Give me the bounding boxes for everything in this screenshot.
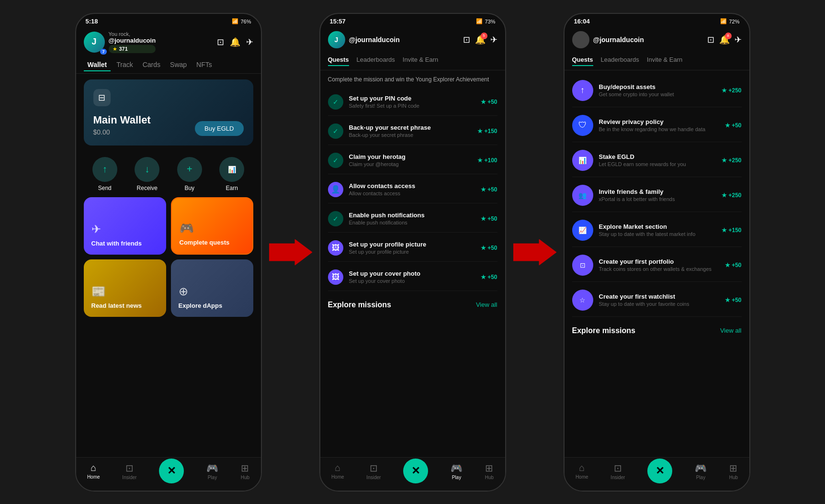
send-icon-3[interactable]: ✈	[735, 34, 742, 45]
quest-cover-desc: Set up your cover photo	[349, 278, 475, 284]
nav-play-3[interactable]: 🎮 Play	[695, 462, 707, 480]
action-receive[interactable]: ↓ Receive	[135, 157, 159, 191]
tab-invite-earn-2[interactable]: Invite & Earn	[403, 54, 438, 66]
notif-btn-3[interactable]: 🔔 8	[719, 34, 730, 45]
tab-leaderboards-3[interactable]: Leaderboards	[601, 54, 639, 66]
quest-herotag-title: Claim your herotag	[349, 153, 472, 160]
nav-home-1[interactable]: ⌂ Home	[87, 462, 100, 480]
send-icon[interactable]: ✈	[246, 37, 253, 47]
p1-rating: ★ 371	[109, 45, 156, 53]
quest-herotag[interactable]: ✓ Claim your herotag Claim your @herotag…	[328, 147, 497, 174]
nav-hub-1[interactable]: ⊞ Hub	[241, 462, 249, 480]
nav-play-label-2: Play	[452, 475, 461, 480]
quest-pin-title: Set up your PIN code	[349, 95, 475, 102]
time-2: 15:57	[330, 18, 346, 25]
insider-icon: ⊡	[125, 462, 134, 474]
tab-invite-earn-3[interactable]: Invite & Earn	[647, 54, 682, 66]
quest-contacts-desc: Allow contacts access	[349, 190, 475, 196]
card-chat[interactable]: ✈ Chat with friends	[84, 197, 166, 255]
scan-icon[interactable]: ⊡	[217, 37, 224, 47]
quest-deposit-info: Buy/deposit assets Get some crypto into …	[599, 83, 716, 97]
quest-phrase-info: Back-up your secret phrase Back-up your …	[349, 124, 472, 138]
send-icon-2[interactable]: ✈	[490, 34, 497, 45]
notif-btn-2[interactable]: 🔔 5	[475, 34, 486, 45]
card-quests[interactable]: 🎮 Complete quests	[171, 197, 253, 255]
p2-header-icons: ⊡ 🔔 5 ✈	[463, 34, 497, 45]
quest-phrase[interactable]: ✓ Back-up your secret phrase Back-up you…	[328, 118, 497, 145]
p3-view-all[interactable]: View all	[720, 327, 742, 334]
send-action-icon: ↑	[92, 157, 117, 182]
quest-contacts[interactable]: 👤 Allow contacts access Allow contacts a…	[328, 176, 497, 203]
scan-icon-3[interactable]: ⊡	[707, 34, 714, 45]
quest-deposit-title: Buy/deposit assets	[599, 83, 716, 90]
p1-actions: ↑ Send ↓ Receive + Buy 📊 Earn	[76, 151, 261, 197]
tab-quests-2[interactable]: Quests	[328, 54, 349, 66]
nav-center-3[interactable]: ✕	[647, 459, 672, 483]
tab-cards[interactable]: Cards	[139, 59, 164, 71]
scan-icon-2[interactable]: ⊡	[463, 34, 470, 45]
action-send[interactable]: ↑ Send	[92, 157, 117, 191]
tab-wallet[interactable]: Wallet	[84, 59, 111, 71]
action-buy[interactable]: + Buy	[177, 157, 202, 191]
reward-star-icon-5: ★	[481, 215, 486, 222]
tab-track[interactable]: Track	[113, 59, 136, 71]
notif-btn-1[interactable]: 🔔	[230, 37, 240, 47]
send-action-label: Send	[98, 185, 112, 191]
nav-insider-label-2: Insider	[366, 475, 381, 480]
nav-center-1[interactable]: ✕	[159, 459, 184, 483]
quest-portfolio[interactable]: ⊡ Create your first portfolio Track coin…	[572, 249, 742, 282]
battery-icon-2: 73%	[485, 19, 495, 24]
earn-action-label: Earn	[226, 185, 238, 191]
nav-home-2[interactable]: ⌂ Home	[331, 462, 344, 480]
time-3: 16:04	[574, 18, 590, 25]
quest-cover[interactable]: 🖼 Set up your cover photo Set up your co…	[328, 264, 497, 291]
nav-center-2[interactable]: ✕	[403, 459, 428, 483]
nav-insider-3[interactable]: ⊡ Insider	[610, 462, 625, 480]
p1-header: J 7 You rock, @journalducoin ★ 371 ⊡	[76, 27, 261, 55]
card-dapps[interactable]: ⊕ Explore dApps	[171, 259, 253, 317]
nav-insider-2[interactable]: ⊡ Insider	[366, 462, 381, 480]
quest-stake[interactable]: 📊 Stake EGLD Let EGLD earn some rewards …	[572, 144, 742, 177]
p3-tabs: Quests Leaderboards Invite & Earn	[565, 50, 749, 70]
nav-play-2[interactable]: 🎮 Play	[451, 462, 463, 480]
quest-pin[interactable]: ✓ Set up your PIN code Safety first! Set…	[328, 89, 497, 116]
quest-profile[interactable]: 🖼 Set up your profile picture Set up you…	[328, 235, 497, 262]
p2-quest-list: ✓ Set up your PIN code Safety first! Set…	[320, 85, 505, 295]
p1-bottom-nav: ⌂ Home ⊡ Insider ✕ 🎮 Play ⊞ Hub	[76, 457, 261, 491]
rating-score: 371	[119, 46, 128, 52]
nav-play-1[interactable]: 🎮 Play	[206, 462, 218, 480]
nav-insider-1[interactable]: ⊡ Insider	[122, 462, 136, 480]
screen-1: J 7 You rock, @journalducoin ★ 371 ⊡	[76, 27, 261, 491]
p2-view-all[interactable]: View all	[476, 301, 497, 308]
action-earn[interactable]: 📊 Earn	[219, 157, 244, 191]
hub-icon-2: ⊞	[485, 462, 493, 474]
tab-quests-3[interactable]: Quests	[572, 54, 593, 66]
quest-push[interactable]: ✓ Enable push notifications Enable push …	[328, 205, 497, 233]
quest-market-icon: 📈	[572, 220, 593, 241]
nav-home-3[interactable]: ⌂ Home	[576, 462, 588, 480]
quest-watchlist[interactable]: ☆ Create your first watchlist Stay up to…	[572, 284, 742, 317]
nav-hub-3[interactable]: ⊞ Hub	[729, 462, 738, 480]
nav-hub-2[interactable]: ⊞ Hub	[485, 462, 494, 480]
buy-egld-button[interactable]: Buy EGLD	[195, 121, 243, 136]
tab-leaderboards-2[interactable]: Leaderboards	[357, 54, 395, 66]
quest-market-info: Explore Market section Stay up to date w…	[599, 223, 716, 237]
quest-deposit-desc: Get some crypto into your wallet	[599, 91, 716, 97]
tab-nfts[interactable]: NFTs	[192, 59, 216, 71]
reward-value: +50	[487, 99, 497, 105]
quest-profile-check: 🖼	[328, 240, 343, 256]
quest-deposit-reward: ★ +250	[722, 87, 741, 94]
p1-level-badge: 7	[100, 49, 106, 55]
quest-privacy[interactable]: 🛡 Review privacy policy Be in the know r…	[572, 109, 742, 142]
quest-market[interactable]: 📈 Explore Market section Stay up to date…	[572, 214, 742, 247]
p1-user-info: You rock, @journalducoin ★ 371	[109, 31, 156, 53]
wifi-icon-2: 📶	[476, 18, 483, 24]
quest-cover-info: Set up your cover photo Set up your cove…	[349, 270, 475, 284]
quest-push-check: ✓	[328, 211, 343, 226]
play-icon-2: 🎮	[451, 462, 463, 474]
tab-swap[interactable]: Swap	[166, 59, 191, 71]
quest-contacts-title: Allow contacts access	[349, 182, 475, 190]
card-news[interactable]: 📰 Read latest news	[84, 259, 166, 317]
quest-invite[interactable]: 👥 Invite friends & family xPortal is a l…	[572, 179, 742, 212]
quest-deposit[interactable]: ↑ Buy/deposit assets Get some crypto int…	[572, 74, 742, 107]
